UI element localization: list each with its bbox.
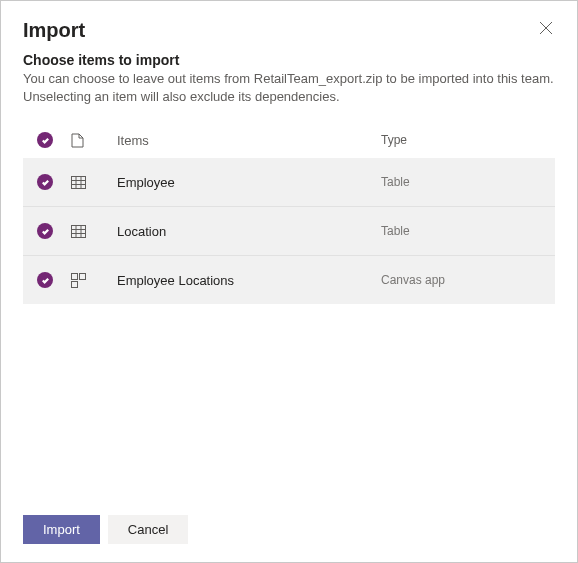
row-name: Employee — [117, 175, 381, 190]
icon-column-header — [71, 133, 117, 148]
svg-rect-2 — [72, 176, 86, 188]
table-row[interactable]: Employee Locations Canvas app — [23, 256, 555, 304]
row-type-icon — [71, 273, 117, 288]
row-name: Employee Locations — [117, 273, 381, 288]
select-all-column[interactable] — [37, 132, 71, 148]
close-icon — [539, 21, 553, 35]
checkmark-icon — [41, 276, 50, 285]
table-row[interactable]: Location Table — [23, 207, 555, 256]
items-table: Items Type Employee Table — [1, 108, 577, 501]
dialog-header: Import — [1, 1, 577, 46]
svg-rect-14 — [72, 281, 78, 287]
checkmark-icon — [41, 136, 50, 145]
table-icon — [71, 225, 86, 238]
table-row[interactable]: Employee Table — [23, 158, 555, 207]
checkmark-icon — [41, 227, 50, 236]
svg-rect-12 — [72, 273, 78, 279]
app-icon — [71, 273, 86, 288]
select-all-checkbox[interactable] — [37, 132, 53, 148]
subtitle: Choose items to import — [23, 52, 555, 68]
row-name: Location — [117, 224, 381, 239]
row-type: Canvas app — [381, 273, 541, 287]
svg-rect-7 — [72, 225, 86, 237]
description: You can choose to leave out items from R… — [23, 70, 555, 106]
type-column-header[interactable]: Type — [381, 133, 541, 147]
items-column-header[interactable]: Items — [117, 133, 381, 148]
row-type-icon — [71, 176, 117, 189]
checkmark-icon — [41, 178, 50, 187]
import-button[interactable]: Import — [23, 515, 100, 544]
row-checkbox[interactable] — [37, 174, 53, 190]
table-icon — [71, 176, 86, 189]
row-checkbox[interactable] — [37, 223, 53, 239]
subtitle-block: Choose items to import You can choose to… — [1, 46, 577, 108]
row-type: Table — [381, 224, 541, 238]
dialog-footer: Import Cancel — [1, 501, 577, 562]
dialog-title: Import — [23, 19, 85, 42]
table-header: Items Type — [23, 122, 555, 158]
row-type: Table — [381, 175, 541, 189]
cancel-button[interactable]: Cancel — [108, 515, 188, 544]
document-icon — [71, 133, 84, 148]
row-checkbox[interactable] — [37, 272, 53, 288]
row-type-icon — [71, 225, 117, 238]
svg-rect-13 — [80, 273, 86, 279]
close-button[interactable] — [537, 19, 555, 37]
